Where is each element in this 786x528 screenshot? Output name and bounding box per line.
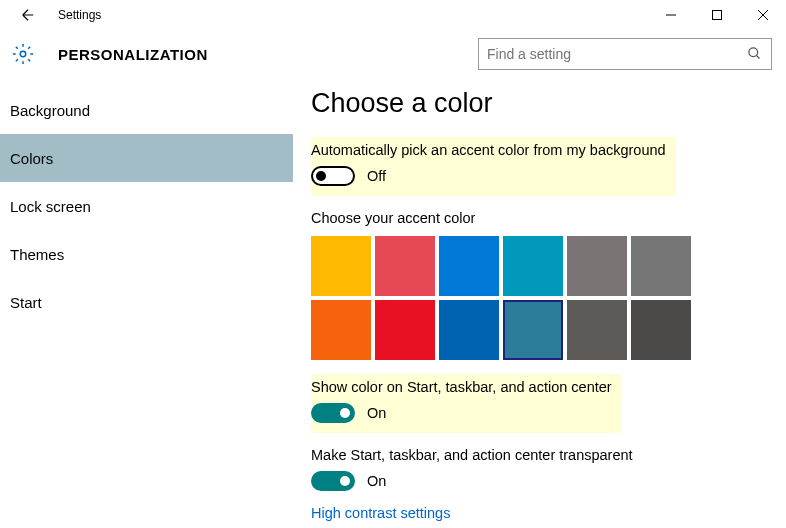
auto-pick-label: Automatically pick an accent color from … (311, 142, 666, 158)
close-button[interactable] (740, 0, 786, 30)
svg-point-4 (20, 51, 26, 57)
color-swatch[interactable] (503, 236, 563, 296)
show-color-toggle[interactable] (311, 403, 355, 423)
transparent-label: Make Start, taskbar, and action center t… (311, 447, 768, 463)
show-color-state: On (367, 405, 386, 421)
sidebar-item-label: Start (10, 294, 42, 311)
sidebar-item-lock-screen[interactable]: Lock screen (0, 182, 293, 230)
window-title: Settings (58, 8, 101, 22)
sidebar-item-start[interactable]: Start (0, 278, 293, 326)
sidebar-item-label: Background (10, 102, 90, 119)
high-contrast-link[interactable]: High contrast settings (311, 505, 450, 521)
transparent-section: Make Start, taskbar, and action center t… (311, 447, 768, 491)
main-panel: Choose a color Automatically pick an acc… (293, 78, 786, 528)
maximize-button[interactable] (694, 0, 740, 30)
color-swatch[interactable] (503, 300, 563, 360)
sidebar: Background Colors Lock screen Themes Sta… (0, 78, 293, 528)
color-swatch[interactable] (375, 300, 435, 360)
color-grid (311, 236, 768, 360)
show-color-label: Show color on Start, taskbar, and action… (311, 379, 612, 395)
search-icon (747, 46, 763, 62)
color-swatch[interactable] (311, 236, 371, 296)
minimize-button[interactable] (648, 0, 694, 30)
auto-pick-toggle[interactable] (311, 166, 355, 186)
sidebar-item-label: Lock screen (10, 198, 91, 215)
color-swatch[interactable] (311, 300, 371, 360)
show-color-section: Show color on Start, taskbar, and action… (311, 374, 622, 433)
back-button[interactable] (8, 0, 48, 30)
sidebar-item-label: Colors (10, 150, 53, 167)
page-category: PERSONALIZATION (58, 46, 208, 63)
svg-point-5 (749, 48, 758, 57)
color-swatch[interactable] (631, 236, 691, 296)
header: PERSONALIZATION (0, 30, 786, 78)
sidebar-item-background[interactable]: Background (0, 86, 293, 134)
search-container (478, 38, 772, 70)
sidebar-item-themes[interactable]: Themes (0, 230, 293, 278)
search-box[interactable] (478, 38, 772, 70)
window-controls (648, 0, 786, 30)
gear-icon (12, 43, 34, 65)
color-swatch[interactable] (631, 300, 691, 360)
color-swatch[interactable] (567, 300, 627, 360)
auto-pick-state: Off (367, 168, 386, 184)
page-heading: Choose a color (311, 88, 768, 119)
accent-color-label: Choose your accent color (311, 210, 768, 226)
sidebar-item-colors[interactable]: Colors (0, 134, 293, 182)
color-swatch[interactable] (439, 236, 499, 296)
content-area: Background Colors Lock screen Themes Sta… (0, 78, 786, 528)
color-swatch[interactable] (375, 236, 435, 296)
search-input[interactable] (487, 46, 747, 62)
transparent-toggle[interactable] (311, 471, 355, 491)
sidebar-item-label: Themes (10, 246, 64, 263)
auto-pick-section: Automatically pick an accent color from … (311, 137, 676, 196)
svg-rect-1 (713, 11, 722, 20)
color-swatch[interactable] (567, 236, 627, 296)
svg-line-6 (756, 55, 759, 58)
color-swatch[interactable] (439, 300, 499, 360)
titlebar: Settings (0, 0, 786, 30)
transparent-state: On (367, 473, 386, 489)
